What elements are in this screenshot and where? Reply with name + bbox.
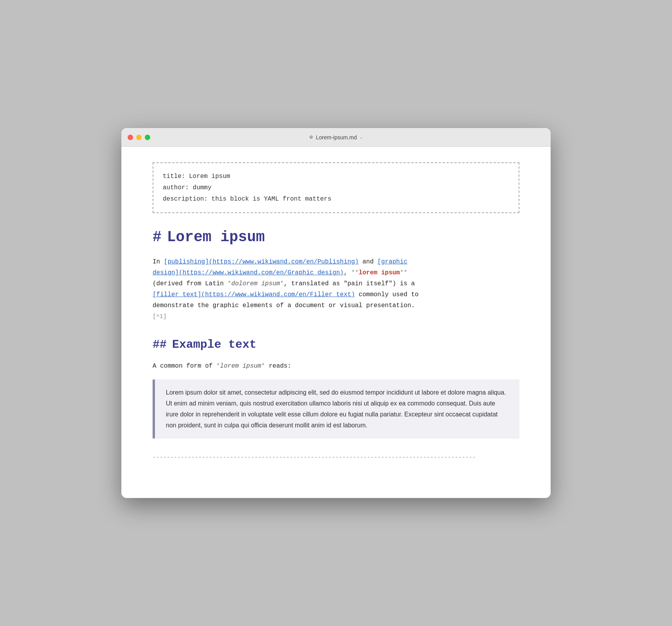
italic-star-close: * [261,363,265,370]
yaml-line-1: title: Lorem ipsum [163,171,509,182]
h1-title: Lorem ipsum [167,229,265,245]
blockquote-text: Lorem ipsum dolor sit amet, consectetur … [155,379,519,439]
italic-star-open: * [216,363,220,370]
lorem-ipsum-bold: lorem ipsum [359,269,400,276]
example-paragraph: A common form of *lorem ipsum* reads: [153,361,519,372]
para-translated: , translated as "pain itself") is a [284,280,415,287]
traffic-lights [128,135,150,140]
bold-stars-open: ** [351,269,359,276]
dolorem-ipsum-italic: dolorem ipsum [231,280,280,287]
blockquote: Lorem ipsum dolor sit amet, consectetur … [153,379,519,439]
para-and: and [359,258,377,265]
h2-title: Example text [172,338,256,351]
h2-heading: ## Example text [153,338,519,351]
italic-marker-open: * [228,280,231,287]
main-paragraph: In [publishing](https://www.wikiwand.com… [153,256,519,322]
para-intro: In [153,258,164,265]
yaml-line-2: author: dummy [163,182,509,194]
window-title: Lorem-ipsum.md [316,134,357,140]
para-comma: , [344,269,351,276]
file-icon: ※ [309,134,313,140]
window-title-area: ※ Lorem-ipsum.md ⌄ [309,134,363,140]
yaml-line-3: description: this block is YAML front ma… [163,194,509,205]
h2-hash-symbol: ## [153,338,167,351]
italic-marker-close: * [280,280,284,287]
titlebar: ※ Lorem-ipsum.md ⌄ [121,128,551,147]
bold-stars-close: ** [400,269,407,276]
para-commonly: commonly used to [355,291,418,298]
horizontal-rule: ----------------------------------------… [153,454,519,461]
example-intro: A common form of [153,363,216,370]
yaml-frontmatter: title: Lorem ipsum author: dummy descrip… [153,162,519,213]
lorem-ipsum-italic: lorem ipsum [220,363,261,370]
maximize-button[interactable] [145,135,150,140]
publishing-link[interactable]: [publishing](https://www.wikiwand.com/en… [164,258,359,265]
footnote-ref: [^1] [153,313,167,320]
editor-content: title: Lorem ipsum author: dummy descrip… [121,147,551,498]
example-reads: reads: [265,363,291,370]
h1-heading: # Lorem ipsum [153,229,519,245]
chevron-down-icon[interactable]: ⌄ [359,135,363,140]
h1-hash-symbol: # [153,229,162,245]
para-derived: (derived from Latin [153,280,228,287]
minimize-button[interactable] [136,135,142,140]
filler-text-link[interactable]: [filler text](https://www.wikiwand.com/e… [153,291,355,298]
app-window: ※ Lorem-ipsum.md ⌄ title: Lorem ipsum au… [121,128,551,498]
para-demonstrate: demonstrate the graphic elements of a do… [153,302,415,309]
close-button[interactable] [128,135,133,140]
